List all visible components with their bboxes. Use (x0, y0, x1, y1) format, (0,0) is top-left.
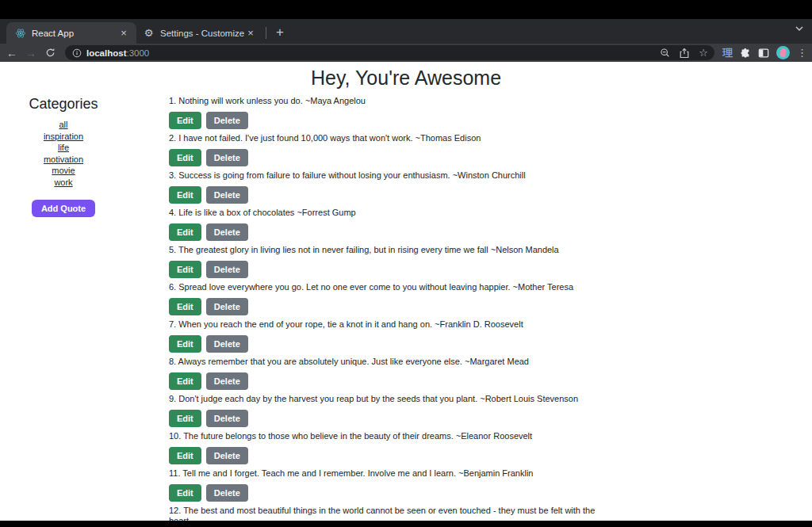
quote-actions: Edit Delete (169, 261, 645, 278)
category-link-motivation[interactable]: motivation (0, 154, 127, 166)
quote-actions: Edit Delete (169, 112, 645, 129)
quote-text: 1. Nothing will work unless you do. ~May… (169, 96, 613, 106)
categories-sidebar: Categories allinspirationlifemotivationm… (0, 96, 127, 521)
edit-button[interactable]: Edit (169, 112, 201, 129)
quote-text: 7. When you reach the end of your rope, … (169, 319, 613, 330)
edit-button[interactable]: Edit (169, 484, 201, 502)
quote-item: 9. Don't judge each day by the harvest y… (169, 394, 645, 427)
edit-button[interactable]: Edit (169, 410, 201, 427)
close-icon[interactable]: × (117, 27, 130, 40)
quote-text: 11. Tell me and I forget. Teach me and I… (169, 468, 613, 479)
quote-item: 11. Tell me and I forget. Teach me and I… (169, 468, 645, 502)
category-link-work[interactable]: work (0, 177, 127, 189)
quote-actions: Edit Delete (169, 447, 645, 464)
quote-actions: Edit Delete (169, 372, 645, 390)
delete-button[interactable]: Delete (206, 484, 248, 502)
quote-item: 5. The greatest glory in living lies not… (169, 245, 645, 278)
quote-item: 12. The best and most beautiful things i… (169, 506, 645, 521)
quote-text: 6. Spread love everywhere you go. Let no… (169, 282, 613, 292)
extensions-puzzle-icon[interactable] (740, 48, 751, 59)
window-bottom-bar (0, 521, 812, 527)
back-button[interactable]: ← (3, 45, 21, 61)
page-content: Hey, You're Awesome Categories allinspir… (0, 62, 812, 521)
extension-badge-icon[interactable]: 理 (722, 46, 733, 60)
bookmark-star-icon[interactable]: ☆ (699, 47, 708, 59)
category-list: allinspirationlifemotivationmoviework (0, 119, 127, 189)
url-host: localhost (86, 48, 126, 58)
forward-button[interactable]: → (22, 45, 40, 61)
quote-item: 2. I have not failed. I've just found 10… (169, 133, 645, 166)
edit-button[interactable]: Edit (169, 298, 201, 315)
delete-button[interactable]: Delete (206, 149, 248, 166)
categories-heading: Categories (0, 96, 127, 113)
quote-actions: Edit Delete (169, 186, 645, 204)
url-port: :3000 (126, 48, 149, 58)
delete-button[interactable]: Delete (206, 261, 248, 278)
avatar[interactable] (776, 46, 790, 59)
quote-text: 10. The future belongs to those who beli… (169, 431, 613, 441)
delete-button[interactable]: Delete (206, 335, 248, 353)
browser-menu-icon[interactable]: ⋮ (797, 47, 807, 59)
quote-text: 5. The greatest glory in living lies not… (169, 245, 613, 255)
quote-actions: Edit Delete (169, 223, 645, 241)
quote-text: 8. Always remember that you are absolute… (169, 357, 613, 367)
quote-list: 1. Nothing will work unless you do. ~May… (169, 96, 645, 521)
close-icon[interactable]: × (244, 27, 257, 40)
gear-icon: ⚙ (143, 27, 155, 39)
quote-item: 6. Spread love everywhere you go. Let no… (169, 282, 645, 315)
edit-button[interactable]: Edit (169, 447, 201, 464)
edit-button[interactable]: Edit (169, 186, 201, 204)
quote-actions: Edit Delete (169, 335, 645, 353)
side-panel-icon[interactable] (758, 48, 769, 59)
quote-actions: Edit Delete (169, 484, 645, 502)
edit-button[interactable]: Edit (169, 335, 201, 353)
delete-button[interactable]: Delete (206, 112, 248, 129)
address-bar[interactable]: localhost :3000 ☆ (65, 45, 714, 60)
new-tab-button[interactable]: + (270, 23, 289, 42)
category-link-inspiration[interactable]: inspiration (0, 131, 127, 143)
quote-text: 9. Don't judge each day by the harvest y… (169, 394, 613, 404)
chevron-down-icon[interactable] (795, 25, 804, 32)
delete-button[interactable]: Delete (206, 298, 248, 315)
site-info-icon[interactable] (72, 48, 82, 58)
tab-react-app[interactable]: React App × (6, 22, 136, 44)
zoom-icon[interactable] (660, 48, 670, 58)
category-link-all[interactable]: all (0, 119, 127, 131)
quote-text: 12. The best and most beautiful things i… (169, 506, 613, 521)
tab-title: Settings - Customize profile (160, 29, 244, 38)
quote-actions: Edit Delete (169, 149, 645, 166)
quote-item: 4. Life is like a box of chocolates ~For… (169, 208, 645, 241)
delete-button[interactable]: Delete (206, 447, 248, 464)
delete-button[interactable]: Delete (206, 223, 248, 241)
browser-toolbar: ← → localhost :3000 (0, 44, 812, 62)
edit-button[interactable]: Edit (169, 149, 201, 166)
delete-button[interactable]: Delete (206, 410, 248, 427)
share-icon[interactable] (680, 48, 689, 59)
delete-button[interactable]: Delete (206, 186, 248, 204)
quote-item: 7. When you reach the end of your rope, … (169, 319, 645, 353)
quote-text: 2. I have not failed. I've just found 10… (169, 133, 613, 143)
edit-button[interactable]: Edit (169, 223, 201, 241)
window-top-bar (0, 0, 812, 19)
quote-item: 8. Always remember that you are absolute… (169, 357, 645, 390)
tab-title: React App (32, 29, 117, 38)
quote-item: 1. Nothing will work unless you do. ~May… (169, 96, 645, 129)
react-icon (14, 27, 26, 39)
page-title: Hey, You're Awesome (0, 62, 812, 90)
tab-settings[interactable]: ⚙ Settings - Customize profile × (136, 22, 262, 44)
tab-strip: React App × ⚙ Settings - Customize profi… (0, 19, 812, 44)
quote-text: 4. Life is like a box of chocolates ~For… (169, 208, 613, 218)
delete-button[interactable]: Delete (206, 372, 248, 390)
avatar-figure (779, 48, 786, 58)
edit-button[interactable]: Edit (169, 372, 201, 390)
quote-text: 3. Success is going from failure to fail… (169, 170, 613, 181)
category-link-life[interactable]: life (0, 142, 127, 154)
add-quote-button[interactable]: Add Quote (32, 200, 95, 217)
quote-item: 3. Success is going from failure to fail… (169, 170, 645, 204)
quote-item: 10. The future belongs to those who beli… (169, 431, 645, 464)
edit-button[interactable]: Edit (169, 261, 201, 278)
reload-button[interactable] (41, 45, 59, 61)
category-link-movie[interactable]: movie (0, 165, 127, 177)
quote-actions: Edit Delete (169, 410, 645, 427)
tab-divider (266, 27, 266, 39)
